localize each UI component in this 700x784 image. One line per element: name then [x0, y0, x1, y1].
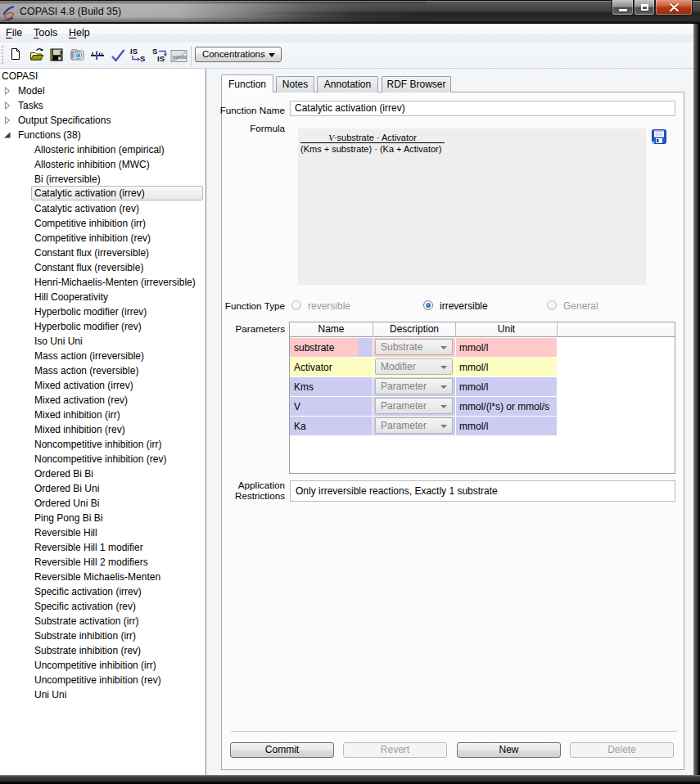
- svg-text:IS: IS: [157, 54, 165, 63]
- svg-text:S: S: [140, 54, 145, 63]
- svg-text:MIRIAM: MIRIAM: [173, 56, 187, 60]
- svg-text:IS: IS: [130, 47, 138, 56]
